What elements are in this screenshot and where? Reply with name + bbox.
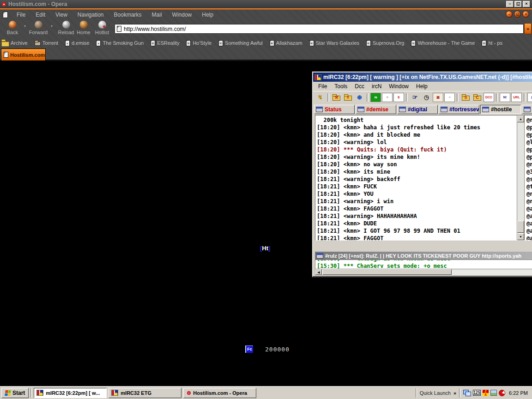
popups-icon[interactable]: ≡ xyxy=(382,93,393,102)
opera-menu-item[interactable]: Help xyxy=(197,11,218,19)
opera-menu-item[interactable]: File xyxy=(12,11,30,19)
nicklist[interactable]: @n@p@p@l@p@p@n@3@s@t@n@n@a@a@a@a@a xyxy=(524,115,532,240)
scroll-down-button[interactable]: ▼ xyxy=(517,233,524,240)
restore-button[interactable]: ◱ xyxy=(514,1,522,7)
scroll-up-button[interactable]: ▲ xyxy=(517,115,524,122)
nicklist-entry[interactable]: @t xyxy=(526,183,532,190)
nicklist-entry[interactable]: @a xyxy=(526,235,532,240)
mirc-menu-item[interactable]: Help xyxy=(412,82,431,91)
bookmark-item[interactable]: Ho'Style xyxy=(186,40,212,46)
nicklist-entry[interactable]: @p xyxy=(526,131,532,139)
rulz-horizontal-scrollbar[interactable]: ◀ xyxy=(315,269,532,276)
dcc-send-icon[interactable]: S xyxy=(460,93,471,102)
taskbar-task-button[interactable]: mIRC32 ETG xyxy=(109,388,181,398)
channel-tab[interactable]: Status xyxy=(314,105,355,114)
opera-menu-item[interactable]: View xyxy=(50,11,73,19)
scrollbar-thumb[interactable] xyxy=(517,221,524,233)
nicklist-entry[interactable]: @n xyxy=(526,161,532,168)
opera-menu-item[interactable]: Window xyxy=(167,11,197,19)
bookmark-item[interactable]: Whorehouse - The Game xyxy=(411,40,475,46)
scrollbar-thumb[interactable] xyxy=(322,269,452,275)
scroll-left-button[interactable]: ◀ xyxy=(315,269,322,275)
quick-launch-chevron[interactable]: » xyxy=(453,390,456,396)
red-swirl-tray-icon[interactable] xyxy=(499,390,505,396)
rulz-titlebar[interactable]: #rulz [24] [+nst]: RulZ. | | HEY LOOK IT… xyxy=(315,252,532,260)
forward-button[interactable]: Forward xyxy=(27,21,50,35)
forward-dropdown-arrow[interactable]: ▾ xyxy=(51,24,53,28)
mirc-menu-item[interactable]: Dcc xyxy=(351,82,368,91)
bookmark-item[interactable]: Torrent xyxy=(35,40,58,46)
mirc-menu-item[interactable]: File xyxy=(314,82,331,91)
zonealarm-tray-icon[interactable]: Z A xyxy=(483,390,489,396)
back-button[interactable]: Back xyxy=(1,21,24,35)
bookmark-item[interactable]: ht - ps xyxy=(482,40,502,46)
url-list-icon[interactable]: URL xyxy=(511,93,522,102)
finger-icon[interactable]: ☞ xyxy=(410,93,420,102)
hotlist-button[interactable]: Hotlist xyxy=(91,21,114,35)
dcc-chat-icon[interactable]: C xyxy=(472,93,483,102)
start-button[interactable]: Start xyxy=(1,388,29,398)
address-book-icon[interactable]: ▤ xyxy=(433,93,443,102)
globe-icon[interactable]: ⊕ xyxy=(354,93,365,102)
bookmark-item[interactable]: d.emise xyxy=(65,40,90,46)
mirc-menu-item[interactable]: Tools xyxy=(331,82,351,91)
channel-tab[interactable]: #demise xyxy=(356,105,396,114)
chat-scrollbar[interactable]: ▲ ▼ xyxy=(517,115,524,240)
taskbar-task-button[interactable]: mIRC32 [6:22pm] [ w... xyxy=(34,388,107,398)
channel-tab[interactable]: #p xyxy=(522,105,532,114)
opera-menu-item[interactable]: Navigation xyxy=(73,11,109,19)
aliases-icon[interactable]: /a xyxy=(370,93,381,102)
cascade-windows-icon[interactable]: ▤ xyxy=(527,93,532,102)
rulz-message-area[interactable]: [15:30] *** theDigh is now known as mesc… xyxy=(315,260,532,269)
opera-menu-item[interactable]: Edit xyxy=(30,11,50,19)
channels-folder-icon[interactable]: # xyxy=(343,93,353,102)
opera-menu-item[interactable]: Mail xyxy=(147,11,167,19)
nicklist-entry[interactable]: @s xyxy=(526,175,532,183)
go-button[interactable]: » xyxy=(524,23,532,34)
mirc-menu-item[interactable]: ircN xyxy=(368,82,385,91)
connect-icon[interactable]: ↯ xyxy=(315,93,326,102)
nicklist-entry[interactable]: @n xyxy=(526,190,532,198)
close-button[interactable]: × xyxy=(523,1,530,7)
bookmark-item[interactable]: Suprnova.Org xyxy=(366,40,404,46)
nicklist-entry[interactable]: @l xyxy=(526,139,532,146)
nicklist-entry[interactable]: @n xyxy=(526,198,532,205)
channel-tab[interactable]: #digital xyxy=(397,105,438,114)
mdi-close-button[interactable]: × xyxy=(522,11,529,18)
nicklist-entry[interactable]: @n xyxy=(526,116,532,124)
nicklist-entry[interactable]: @p xyxy=(526,146,532,153)
bookmark-item[interactable]: Something Awful xyxy=(218,40,263,46)
nicklist-entry[interactable]: @a xyxy=(526,220,532,227)
bookmark-item[interactable]: Allakhazam xyxy=(270,40,302,46)
dcc-options-icon[interactable]: DCC xyxy=(484,93,494,102)
opera-titlebar[interactable]: Hostilism.com - Opera – ◱ × xyxy=(0,0,532,8)
image-viewer-tray-icon[interactable] xyxy=(490,390,497,396)
nicklist-entry[interactable]: @p xyxy=(526,124,532,131)
opera-menu-item[interactable]: Bookmarks xyxy=(109,11,147,19)
scripts-icon[interactable]: ≡ xyxy=(444,93,455,102)
taskbar-task-button[interactable]: Hostilism.com - Opera xyxy=(183,388,256,398)
address-input[interactable] xyxy=(124,26,521,32)
bookmark-item[interactable]: Star Wars Galaxies xyxy=(309,40,359,46)
events-icon[interactable]: E xyxy=(393,93,404,102)
clock-icon[interactable]: ◷ xyxy=(421,93,432,102)
mdi-restore-button[interactable]: ◱ xyxy=(514,11,521,18)
nicklist-entry[interactable]: @a xyxy=(526,205,532,212)
tab-hostilism[interactable]: Hostilism.com xyxy=(1,48,46,61)
mdi-minimize-button[interactable]: – xyxy=(506,11,513,18)
bookmark-item[interactable]: The Smoking Gun xyxy=(96,40,144,46)
chat-message-area[interactable]: 200k tonight[18:20] <kmn> haha i just re… xyxy=(315,115,517,240)
nicklist-entry[interactable]: @p xyxy=(526,153,532,161)
nicklist-entry[interactable]: @a xyxy=(526,212,532,220)
mirc-menu-item[interactable]: Window xyxy=(385,82,412,91)
notify-list-icon[interactable]: N! xyxy=(500,93,510,102)
back-dropdown-arrow[interactable]: ▾ xyxy=(24,24,26,28)
mirc-titlebar[interactable]: mIRC32 [6:22pm] [ warning ] [+ix on NetF… xyxy=(313,73,532,82)
nicklist-entry[interactable]: @a xyxy=(526,227,532,235)
minimize-button[interactable]: – xyxy=(506,1,514,7)
nicklist-entry[interactable]: @3 xyxy=(526,168,532,175)
channel-tab[interactable]: #hostile xyxy=(480,105,521,114)
counter-tray-icon[interactable]: 125 xyxy=(473,390,481,396)
bookmark-item[interactable]: ESReality xyxy=(151,40,179,46)
channel-tab[interactable]: #fortressev... xyxy=(439,105,479,114)
